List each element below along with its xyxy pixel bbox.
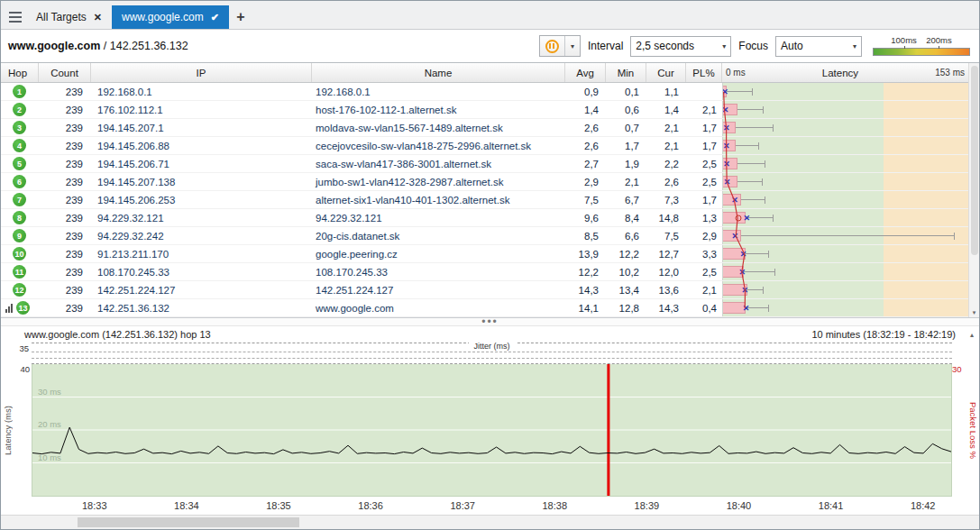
pl-cell: 2,1 xyxy=(686,281,722,298)
collapse-arrow-icon[interactable]: ▴ xyxy=(970,331,974,339)
hscroll-thumb[interactable] xyxy=(78,517,299,527)
horizontal-scrollbar[interactable] xyxy=(1,515,979,529)
latency-graph-cell: ✕ xyxy=(722,245,968,262)
col-pl[interactable]: PL% xyxy=(686,63,722,82)
table-row[interactable]: 11239108.170.245.33108.170.245.3312,210,… xyxy=(1,263,968,281)
hop-number-badge: 4 xyxy=(13,139,26,152)
current-latency-marker: ✕ xyxy=(743,304,750,312)
current-latency-marker: ✕ xyxy=(723,123,730,132)
latency-graph-cell: ✕ xyxy=(722,119,968,136)
graph-focus-icon xyxy=(5,304,13,313)
name-cell: alternet-six1-vlan410-401-1302.alternet.… xyxy=(312,191,565,208)
latency-whisker-cap xyxy=(773,124,774,132)
jitter-plot: Jitter (ms) xyxy=(32,343,952,364)
vertical-scrollbar[interactable]: ▾ xyxy=(968,63,979,317)
hop-cell: 2 xyxy=(1,101,39,118)
col-avg[interactable]: Avg xyxy=(565,63,606,82)
table-row[interactable]: 7239194.145.206.253alternet-six1-vlan410… xyxy=(1,191,968,209)
close-icon[interactable]: ✕ xyxy=(94,12,102,23)
ip-cell: 94.229.32.121 xyxy=(91,209,312,226)
latency-graph-cell: ✕ xyxy=(722,155,968,172)
latency-graph-cell: ✕ xyxy=(722,209,968,226)
pl-cell: 2,5 xyxy=(686,155,722,172)
table-row[interactable]: 12239142.251.224.127142.251.224.12714,31… xyxy=(1,281,968,299)
x-tick-label: 18:38 xyxy=(543,500,568,511)
hop-cell: 9 xyxy=(1,227,39,244)
cur-cell: 7,5 xyxy=(646,227,686,244)
check-icon: ✔ xyxy=(211,12,219,23)
timeline-plot[interactable]: 30 ms20 ms10 ms xyxy=(32,364,952,497)
avg-cell: 2,6 xyxy=(565,119,606,136)
latency-whisker xyxy=(727,91,752,92)
latency-graph-cell: ✕ xyxy=(722,299,968,316)
menu-icon[interactable] xyxy=(5,5,26,28)
current-latency-marker: ✕ xyxy=(724,178,731,186)
latency-whisker xyxy=(741,235,954,236)
count-cell: 239 xyxy=(39,245,91,262)
count-cell: 239 xyxy=(39,209,91,226)
pause-dropdown-button[interactable]: ▾ xyxy=(565,36,580,56)
pause-button[interactable] xyxy=(540,36,565,56)
table-row[interactable]: 1023991.213.211.170google.peering.cz13,9… xyxy=(1,245,968,263)
chevron-down-icon: ▾ xyxy=(571,42,574,50)
current-latency-marker: ✕ xyxy=(740,250,747,258)
gridline-label: 30 ms xyxy=(38,387,61,397)
new-tab-button[interactable]: + xyxy=(229,5,252,29)
count-cell: 239 xyxy=(39,155,91,172)
x-axis: 18:3318:3418:3518:3618:3718:3818:3918:40… xyxy=(32,497,952,515)
table-row[interactable]: 3239194.145.207.1moldava-sw-vlan15-567-1… xyxy=(1,119,968,137)
table-row[interactable]: 1239192.168.0.1192.168.0.10,90,11,1✕ xyxy=(1,83,968,101)
col-ip[interactable]: IP xyxy=(91,63,312,82)
latency-whisker xyxy=(747,289,764,290)
count-cell: 239 xyxy=(39,83,91,100)
count-cell: 239 xyxy=(39,119,91,136)
table-row[interactable]: 4239194.145.206.88cecejovcesilo-sw-vlan4… xyxy=(1,137,968,155)
tab-all-targets[interactable]: All Targets ✕ xyxy=(26,5,112,29)
splitter-dots-icon: ••• xyxy=(481,320,499,324)
x-tick-label: 18:40 xyxy=(727,500,752,511)
table-row[interactable]: 823994.229.32.12194.229.32.1219,68,414,8… xyxy=(1,209,968,227)
latency-gradient-bar xyxy=(873,48,970,56)
pl-cell: 2,5 xyxy=(686,263,722,280)
focus-select[interactable]: Auto ▾ xyxy=(775,36,862,57)
col-min[interactable]: Min xyxy=(606,63,646,82)
table-row[interactable]: 6239194.145.207.138jumbo-sw1-vlan412-328… xyxy=(1,173,968,191)
latency-whisker-cap xyxy=(758,142,759,150)
ip-cell: 142.251.36.132 xyxy=(91,299,312,316)
latency-whisker xyxy=(736,145,758,146)
current-latency-marker: ✕ xyxy=(744,214,751,222)
legend-200ms-label: 200ms xyxy=(926,35,952,45)
min-cell: 12,8 xyxy=(606,299,646,316)
table-row[interactable]: 5239194.145.206.71saca-sw-vlan417-386-30… xyxy=(1,155,968,173)
ip-cell: 94.229.32.242 xyxy=(91,227,312,244)
chevron-down-icon: ▾ xyxy=(722,42,726,50)
ip-cell: 91.213.211.170 xyxy=(91,245,312,262)
trace-table: Hop Count IP Name Avg Min Cur PL% 0 ms L… xyxy=(1,63,979,318)
name-cell: host-176-102-112-1.alternet.sk xyxy=(312,101,565,118)
hop-cell: 13 xyxy=(1,299,39,316)
pl-cell: 0,4 xyxy=(686,299,722,316)
current-latency-marker: ✕ xyxy=(722,87,728,96)
table-row[interactable]: 923994.229.32.24220g-cis.datanet.sk8,56,… xyxy=(1,227,968,245)
col-latency-scale[interactable]: 0 ms Latency 153 ms xyxy=(722,63,968,82)
splitter-handle[interactable]: ••• xyxy=(1,318,979,326)
col-cur[interactable]: Cur xyxy=(646,63,686,82)
col-hop[interactable]: Hop xyxy=(1,63,39,82)
tab-www-google-com[interactable]: www.google.com ✔ xyxy=(112,5,229,29)
latency-whisker-cap xyxy=(752,88,753,96)
vscroll-thumb[interactable] xyxy=(971,66,978,255)
count-cell: 239 xyxy=(39,281,91,298)
x-tick-label: 18:34 xyxy=(174,500,199,511)
latency-whisker-cap xyxy=(774,269,775,276)
scroll-down-icon[interactable]: ▾ xyxy=(969,309,979,316)
col-count[interactable]: Count xyxy=(39,63,91,82)
ip-cell: 194.145.206.88 xyxy=(91,137,312,154)
latency-whisker-cap xyxy=(773,215,774,222)
avg-cell: 12,2 xyxy=(565,263,606,280)
min-cell: 0,7 xyxy=(606,119,646,136)
min-cell: 6,7 xyxy=(606,191,646,208)
col-name[interactable]: Name xyxy=(312,63,565,82)
interval-select[interactable]: 2,5 seconds ▾ xyxy=(630,36,731,57)
table-row[interactable]: 2239176.102.112.1host-176-102-112-1.alte… xyxy=(1,101,968,119)
table-row[interactable]: 13239142.251.36.132www.google.com14,112,… xyxy=(1,299,968,317)
